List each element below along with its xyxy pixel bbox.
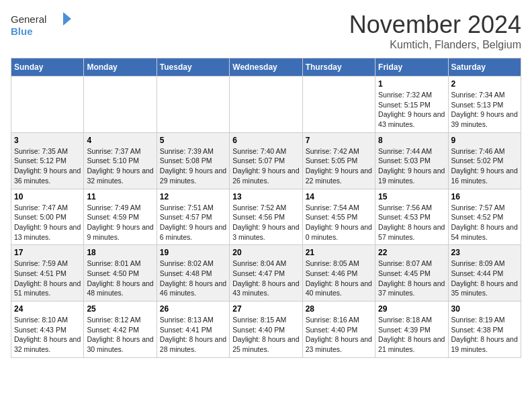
calendar-cell: 12Sunrise: 7:51 AM Sunset: 4:57 PM Dayli… bbox=[157, 189, 229, 245]
day-number: 22 bbox=[378, 248, 445, 257]
day-number: 28 bbox=[306, 304, 372, 314]
weekday-header: Monday bbox=[84, 58, 157, 77]
calendar-cell: 10Sunrise: 7:47 AM Sunset: 5:00 PM Dayli… bbox=[11, 189, 84, 245]
day-number: 13 bbox=[232, 192, 299, 201]
day-info: Sunrise: 8:07 AM Sunset: 4:45 PM Dayligh… bbox=[378, 259, 445, 298]
day-number: 26 bbox=[160, 304, 226, 314]
day-number: 21 bbox=[306, 248, 372, 257]
weekday-header: Tuesday bbox=[157, 58, 229, 77]
day-info: Sunrise: 7:39 AM Sunset: 5:08 PM Dayligh… bbox=[160, 146, 226, 186]
day-info: Sunrise: 7:37 AM Sunset: 5:10 PM Dayligh… bbox=[87, 146, 153, 186]
subtitle: Kumtich, Flanders, Belgium bbox=[349, 39, 521, 51]
calendar: SundayMondayTuesdayWednesdayThursdayFrid… bbox=[11, 58, 521, 358]
calendar-cell: 1Sunrise: 7:32 AM Sunset: 5:15 PM Daylig… bbox=[375, 77, 448, 133]
day-number: 19 bbox=[160, 248, 226, 257]
day-info: Sunrise: 8:13 AM Sunset: 4:41 PM Dayligh… bbox=[160, 315, 226, 355]
calendar-week-row: 10Sunrise: 7:47 AM Sunset: 5:00 PM Dayli… bbox=[11, 189, 521, 245]
day-number: 27 bbox=[232, 304, 299, 314]
day-number: 29 bbox=[378, 304, 445, 314]
day-number: 2 bbox=[451, 79, 518, 89]
calendar-cell: 27Sunrise: 8:15 AM Sunset: 4:40 PM Dayli… bbox=[230, 302, 302, 358]
day-number: 7 bbox=[306, 136, 372, 145]
day-number: 24 bbox=[14, 304, 81, 314]
day-info: Sunrise: 7:47 AM Sunset: 5:00 PM Dayligh… bbox=[14, 203, 81, 242]
weekday-header: Wednesday bbox=[230, 58, 302, 77]
day-number: 9 bbox=[451, 136, 518, 145]
day-info: Sunrise: 7:34 AM Sunset: 5:13 PM Dayligh… bbox=[451, 90, 518, 130]
weekday-header: Friday bbox=[375, 58, 448, 77]
day-info: Sunrise: 8:09 AM Sunset: 4:44 PM Dayligh… bbox=[451, 259, 518, 298]
day-number: 5 bbox=[160, 136, 226, 145]
day-number: 23 bbox=[451, 248, 518, 257]
day-info: Sunrise: 7:57 AM Sunset: 4:52 PM Dayligh… bbox=[451, 203, 518, 242]
day-info: Sunrise: 8:10 AM Sunset: 4:43 PM Dayligh… bbox=[14, 315, 81, 355]
day-number: 4 bbox=[87, 136, 153, 145]
day-number: 3 bbox=[14, 136, 81, 145]
calendar-cell: 6Sunrise: 7:40 AM Sunset: 5:07 PM Daylig… bbox=[230, 132, 302, 189]
calendar-cell: 25Sunrise: 8:12 AM Sunset: 4:42 PM Dayli… bbox=[84, 302, 157, 358]
day-info: Sunrise: 8:15 AM Sunset: 4:40 PM Dayligh… bbox=[232, 315, 299, 355]
day-info: Sunrise: 7:56 AM Sunset: 4:53 PM Dayligh… bbox=[378, 203, 445, 242]
weekday-header: Thursday bbox=[302, 58, 375, 77]
calendar-cell: 7Sunrise: 7:42 AM Sunset: 5:05 PM Daylig… bbox=[302, 132, 375, 189]
calendar-cell: 24Sunrise: 8:10 AM Sunset: 4:43 PM Dayli… bbox=[11, 302, 84, 358]
day-number: 8 bbox=[378, 136, 445, 145]
calendar-cell: 14Sunrise: 7:54 AM Sunset: 4:55 PM Dayli… bbox=[302, 189, 375, 245]
day-info: Sunrise: 8:16 AM Sunset: 4:40 PM Dayligh… bbox=[306, 315, 372, 355]
calendar-week-row: 17Sunrise: 7:59 AM Sunset: 4:51 PM Dayli… bbox=[11, 245, 521, 302]
calendar-cell: 9Sunrise: 7:46 AM Sunset: 5:02 PM Daylig… bbox=[448, 132, 521, 189]
calendar-cell: 16Sunrise: 7:57 AM Sunset: 4:52 PM Dayli… bbox=[448, 189, 521, 245]
calendar-week-row: 1Sunrise: 7:32 AM Sunset: 5:15 PM Daylig… bbox=[11, 77, 521, 133]
calendar-cell: 30Sunrise: 8:19 AM Sunset: 4:38 PM Dayli… bbox=[448, 302, 521, 358]
logo: General Blue bbox=[11, 11, 78, 40]
day-number: 11 bbox=[87, 192, 153, 201]
day-number: 17 bbox=[14, 248, 81, 257]
calendar-cell: 5Sunrise: 7:39 AM Sunset: 5:08 PM Daylig… bbox=[157, 132, 229, 189]
title-area: November 2024 Kumtich, Flanders, Belgium bbox=[349, 11, 521, 51]
calendar-cell: 4Sunrise: 7:37 AM Sunset: 5:10 PM Daylig… bbox=[84, 132, 157, 189]
day-info: Sunrise: 7:32 AM Sunset: 5:15 PM Dayligh… bbox=[378, 90, 445, 130]
day-info: Sunrise: 8:02 AM Sunset: 4:48 PM Dayligh… bbox=[160, 259, 226, 298]
day-info: Sunrise: 7:35 AM Sunset: 5:12 PM Dayligh… bbox=[14, 146, 81, 186]
calendar-cell: 26Sunrise: 8:13 AM Sunset: 4:41 PM Dayli… bbox=[157, 302, 229, 358]
calendar-cell: 3Sunrise: 7:35 AM Sunset: 5:12 PM Daylig… bbox=[11, 132, 84, 189]
calendar-cell: 21Sunrise: 8:05 AM Sunset: 4:46 PM Dayli… bbox=[302, 245, 375, 302]
day-info: Sunrise: 8:18 AM Sunset: 4:39 PM Dayligh… bbox=[378, 315, 445, 355]
calendar-cell bbox=[230, 77, 302, 133]
calendar-cell bbox=[84, 77, 157, 133]
day-info: Sunrise: 7:54 AM Sunset: 4:55 PM Dayligh… bbox=[306, 203, 372, 242]
day-info: Sunrise: 7:52 AM Sunset: 4:56 PM Dayligh… bbox=[232, 203, 299, 242]
weekday-header: Sunday bbox=[11, 58, 84, 77]
day-number: 18 bbox=[87, 248, 153, 257]
calendar-cell: 22Sunrise: 8:07 AM Sunset: 4:45 PM Dayli… bbox=[375, 245, 448, 302]
calendar-cell: 19Sunrise: 8:02 AM Sunset: 4:48 PM Dayli… bbox=[157, 245, 229, 302]
weekday-header: Saturday bbox=[448, 58, 521, 77]
calendar-cell bbox=[302, 77, 375, 133]
calendar-cell bbox=[157, 77, 229, 133]
main-title: November 2024 bbox=[349, 11, 521, 39]
calendar-week-row: 24Sunrise: 8:10 AM Sunset: 4:43 PM Dayli… bbox=[11, 302, 521, 358]
day-info: Sunrise: 7:42 AM Sunset: 5:05 PM Dayligh… bbox=[306, 146, 372, 186]
svg-marker-1 bbox=[63, 12, 71, 26]
day-number: 10 bbox=[14, 192, 81, 201]
calendar-week-row: 3Sunrise: 7:35 AM Sunset: 5:12 PM Daylig… bbox=[11, 132, 521, 189]
day-number: 25 bbox=[87, 304, 153, 314]
day-number: 14 bbox=[306, 192, 372, 201]
day-info: Sunrise: 7:49 AM Sunset: 4:59 PM Dayligh… bbox=[87, 203, 153, 242]
day-info: Sunrise: 8:19 AM Sunset: 4:38 PM Dayligh… bbox=[451, 315, 518, 355]
day-info: Sunrise: 8:12 AM Sunset: 4:42 PM Dayligh… bbox=[87, 315, 153, 355]
calendar-cell: 17Sunrise: 7:59 AM Sunset: 4:51 PM Dayli… bbox=[11, 245, 84, 302]
calendar-cell bbox=[11, 77, 84, 133]
day-number: 6 bbox=[232, 136, 299, 145]
calendar-cell: 11Sunrise: 7:49 AM Sunset: 4:59 PM Dayli… bbox=[84, 189, 157, 245]
header: General Blue November 2024 Kumtich, Flan… bbox=[11, 11, 521, 51]
day-number: 15 bbox=[378, 192, 445, 201]
calendar-cell: 13Sunrise: 7:52 AM Sunset: 4:56 PM Dayli… bbox=[230, 189, 302, 245]
calendar-cell: 2Sunrise: 7:34 AM Sunset: 5:13 PM Daylig… bbox=[448, 77, 521, 133]
day-info: Sunrise: 7:40 AM Sunset: 5:07 PM Dayligh… bbox=[232, 146, 299, 186]
calendar-cell: 23Sunrise: 8:09 AM Sunset: 4:44 PM Dayli… bbox=[448, 245, 521, 302]
svg-text:General: General bbox=[11, 13, 46, 25]
calendar-cell: 15Sunrise: 7:56 AM Sunset: 4:53 PM Dayli… bbox=[375, 189, 448, 245]
calendar-cell: 20Sunrise: 8:04 AM Sunset: 4:47 PM Dayli… bbox=[230, 245, 302, 302]
day-info: Sunrise: 7:51 AM Sunset: 4:57 PM Dayligh… bbox=[160, 203, 226, 242]
